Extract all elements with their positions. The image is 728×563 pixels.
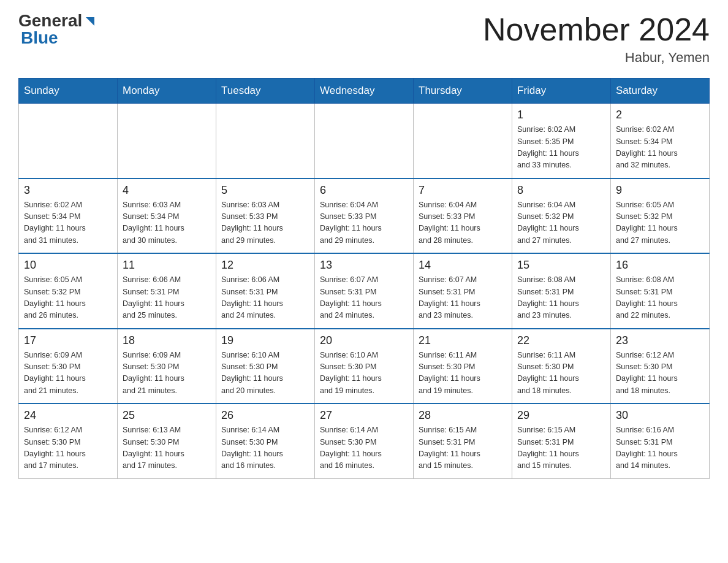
- weekday-header-row: SundayMondayTuesdayWednesdayThursdayFrid…: [19, 79, 710, 104]
- day-info: Sunrise: 6:06 AMSunset: 5:31 PMDaylight:…: [123, 274, 211, 322]
- month-title: November 2024: [483, 12, 710, 47]
- day-info: Sunrise: 6:07 AMSunset: 5:31 PMDaylight:…: [320, 274, 408, 322]
- weekday-header-wednesday: Wednesday: [315, 79, 414, 104]
- day-info: Sunrise: 6:06 AMSunset: 5:31 PMDaylight:…: [221, 274, 309, 322]
- day-number: 18: [123, 334, 211, 347]
- calendar-cell: 5Sunrise: 6:03 AMSunset: 5:33 PMDaylight…: [216, 178, 315, 254]
- logo-general: General: [18, 12, 82, 29]
- calendar-cell: [19, 104, 118, 178]
- day-info: Sunrise: 6:04 AMSunset: 5:32 PMDaylight:…: [517, 199, 605, 247]
- weekday-header-tuesday: Tuesday: [216, 79, 315, 104]
- day-info: Sunrise: 6:12 AMSunset: 5:30 PMDaylight:…: [616, 350, 704, 397]
- day-info: Sunrise: 6:16 AMSunset: 5:31 PMDaylight:…: [616, 424, 704, 472]
- day-number: 27: [320, 409, 408, 422]
- day-number: 15: [517, 259, 605, 272]
- day-info: Sunrise: 6:12 AMSunset: 5:30 PMDaylight:…: [24, 424, 112, 472]
- day-info: Sunrise: 6:15 AMSunset: 5:31 PMDaylight:…: [419, 424, 507, 472]
- calendar-cell: 3Sunrise: 6:02 AMSunset: 5:34 PMDaylight…: [19, 178, 118, 254]
- calendar-cell: 26Sunrise: 6:14 AMSunset: 5:30 PMDayligh…: [216, 404, 315, 478]
- day-number: 28: [419, 409, 507, 422]
- calendar-cell: [216, 104, 315, 178]
- day-number: 13: [320, 259, 408, 272]
- day-info: Sunrise: 6:04 AMSunset: 5:33 PMDaylight:…: [419, 199, 507, 247]
- calendar-cell: 20Sunrise: 6:10 AMSunset: 5:30 PMDayligh…: [315, 329, 414, 404]
- calendar-cell: 28Sunrise: 6:15 AMSunset: 5:31 PMDayligh…: [414, 404, 512, 478]
- day-number: 5: [221, 184, 309, 197]
- day-info: Sunrise: 6:09 AMSunset: 5:30 PMDaylight:…: [123, 350, 211, 397]
- day-number: 4: [123, 184, 211, 197]
- day-info: Sunrise: 6:05 AMSunset: 5:32 PMDaylight:…: [616, 199, 704, 247]
- day-info: Sunrise: 6:14 AMSunset: 5:30 PMDaylight:…: [221, 424, 309, 472]
- day-number: 11: [123, 259, 211, 272]
- calendar-cell: 17Sunrise: 6:09 AMSunset: 5:30 PMDayligh…: [19, 329, 118, 404]
- calendar-table: SundayMondayTuesdayWednesdayThursdayFrid…: [18, 78, 710, 479]
- weekday-header-monday: Monday: [118, 79, 216, 104]
- day-info: Sunrise: 6:03 AMSunset: 5:33 PMDaylight:…: [221, 199, 309, 247]
- day-number: 12: [221, 259, 309, 272]
- day-number: 7: [419, 184, 507, 197]
- calendar-week-row: 1Sunrise: 6:02 AMSunset: 5:35 PMDaylight…: [19, 104, 710, 178]
- calendar-cell: 16Sunrise: 6:08 AMSunset: 5:31 PMDayligh…: [611, 253, 710, 329]
- day-number: 1: [517, 109, 605, 121]
- calendar-cell: 12Sunrise: 6:06 AMSunset: 5:31 PMDayligh…: [216, 253, 315, 329]
- day-number: 8: [517, 184, 605, 197]
- day-info: Sunrise: 6:10 AMSunset: 5:30 PMDaylight:…: [221, 350, 309, 397]
- day-info: Sunrise: 6:09 AMSunset: 5:30 PMDaylight:…: [24, 350, 112, 397]
- calendar-cell: 2Sunrise: 6:02 AMSunset: 5:34 PMDaylight…: [611, 104, 710, 178]
- calendar-cell: 29Sunrise: 6:15 AMSunset: 5:31 PMDayligh…: [512, 404, 611, 478]
- day-number: 2: [616, 109, 704, 121]
- day-info: Sunrise: 6:02 AMSunset: 5:34 PMDaylight:…: [616, 124, 704, 172]
- weekday-header-thursday: Thursday: [414, 79, 512, 104]
- day-info: Sunrise: 6:07 AMSunset: 5:31 PMDaylight:…: [419, 274, 507, 322]
- day-number: 25: [123, 409, 211, 422]
- logo-blue: Blue: [21, 28, 58, 47]
- day-number: 17: [24, 334, 112, 347]
- day-number: 30: [616, 409, 704, 422]
- calendar-week-row: 3Sunrise: 6:02 AMSunset: 5:34 PMDaylight…: [19, 178, 710, 254]
- day-info: Sunrise: 6:04 AMSunset: 5:33 PMDaylight:…: [320, 199, 408, 247]
- calendar-cell: 7Sunrise: 6:04 AMSunset: 5:33 PMDaylight…: [414, 178, 512, 254]
- day-info: Sunrise: 6:14 AMSunset: 5:30 PMDaylight:…: [320, 424, 408, 472]
- day-number: 23: [616, 334, 704, 347]
- day-number: 16: [616, 259, 704, 272]
- day-info: Sunrise: 6:10 AMSunset: 5:30 PMDaylight:…: [320, 350, 408, 397]
- day-number: 26: [221, 409, 309, 422]
- svg-marker-0: [86, 17, 94, 26]
- calendar-cell: 25Sunrise: 6:13 AMSunset: 5:30 PMDayligh…: [118, 404, 216, 478]
- day-info: Sunrise: 6:08 AMSunset: 5:31 PMDaylight:…: [517, 274, 605, 322]
- day-number: 20: [320, 334, 408, 347]
- calendar-week-row: 24Sunrise: 6:12 AMSunset: 5:30 PMDayligh…: [19, 404, 710, 478]
- day-number: 21: [419, 334, 507, 347]
- calendar-cell: 6Sunrise: 6:04 AMSunset: 5:33 PMDaylight…: [315, 178, 414, 254]
- weekday-header-sunday: Sunday: [19, 79, 118, 104]
- calendar-cell: 27Sunrise: 6:14 AMSunset: 5:30 PMDayligh…: [315, 404, 414, 478]
- calendar-cell: 22Sunrise: 6:11 AMSunset: 5:30 PMDayligh…: [512, 329, 611, 404]
- calendar-cell: 1Sunrise: 6:02 AMSunset: 5:35 PMDaylight…: [512, 104, 611, 178]
- day-info: Sunrise: 6:11 AMSunset: 5:30 PMDaylight:…: [419, 350, 507, 397]
- day-number: 3: [24, 184, 112, 197]
- logo: General Blue: [18, 12, 97, 47]
- day-number: 6: [320, 184, 408, 197]
- calendar-cell: [414, 104, 512, 178]
- logo-triangle-icon: [83, 15, 97, 28]
- day-info: Sunrise: 6:02 AMSunset: 5:35 PMDaylight:…: [517, 124, 605, 172]
- calendar-cell: 13Sunrise: 6:07 AMSunset: 5:31 PMDayligh…: [315, 253, 414, 329]
- calendar-week-row: 10Sunrise: 6:05 AMSunset: 5:32 PMDayligh…: [19, 253, 710, 329]
- calendar-cell: 9Sunrise: 6:05 AMSunset: 5:32 PMDaylight…: [611, 178, 710, 254]
- day-info: Sunrise: 6:11 AMSunset: 5:30 PMDaylight:…: [517, 350, 605, 397]
- day-info: Sunrise: 6:08 AMSunset: 5:31 PMDaylight:…: [616, 274, 704, 322]
- day-number: 24: [24, 409, 112, 422]
- day-number: 9: [616, 184, 704, 197]
- day-info: Sunrise: 6:15 AMSunset: 5:31 PMDaylight:…: [517, 424, 605, 472]
- day-number: 19: [221, 334, 309, 347]
- page-header: General Blue November 2024 Habur, Yemen: [18, 12, 710, 66]
- calendar-week-row: 17Sunrise: 6:09 AMSunset: 5:30 PMDayligh…: [19, 329, 710, 404]
- calendar-cell: 24Sunrise: 6:12 AMSunset: 5:30 PMDayligh…: [19, 404, 118, 478]
- calendar-cell: 21Sunrise: 6:11 AMSunset: 5:30 PMDayligh…: [414, 329, 512, 404]
- calendar-cell: 18Sunrise: 6:09 AMSunset: 5:30 PMDayligh…: [118, 329, 216, 404]
- day-number: 10: [24, 259, 112, 272]
- calendar-cell: [118, 104, 216, 178]
- calendar-cell: 19Sunrise: 6:10 AMSunset: 5:30 PMDayligh…: [216, 329, 315, 404]
- day-info: Sunrise: 6:13 AMSunset: 5:30 PMDaylight:…: [123, 424, 211, 472]
- day-number: 22: [517, 334, 605, 347]
